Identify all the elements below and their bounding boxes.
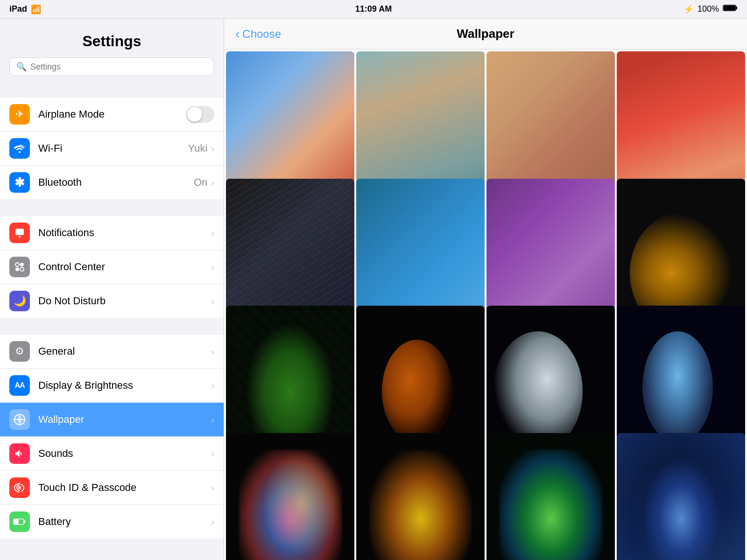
status-bar-left: iPad 📶 xyxy=(9,4,41,14)
svg-rect-14 xyxy=(14,519,19,524)
bluetooth-icon: ✱ xyxy=(9,172,30,193)
back-button[interactable]: ‹ Choose xyxy=(235,27,281,42)
general-icon: ⚙ xyxy=(9,341,30,362)
device-label: iPad xyxy=(9,4,27,14)
display-label: Display & Brightness xyxy=(38,379,211,392)
svg-rect-2 xyxy=(724,6,735,10)
sidebar-item-display[interactable]: AA Display & Brightness › xyxy=(0,369,224,403)
sidebar-item-bluetooth[interactable]: ✱ Bluetooth On › xyxy=(0,166,224,199)
sidebar-item-controlcenter[interactable]: Control Center › xyxy=(0,250,224,284)
status-bar-right: ⚡ 100% xyxy=(684,4,738,14)
wallpaper-item[interactable] xyxy=(356,433,485,560)
wallpaper-icon xyxy=(9,409,30,430)
notifications-chevron: › xyxy=(211,228,214,238)
donotdisturb-icon: 🌙 xyxy=(9,291,30,311)
battery-chevron: › xyxy=(211,517,214,527)
wifi-icon: 📶 xyxy=(31,4,41,14)
detail-panel: ‹ Choose Wallpaper xyxy=(224,19,747,560)
sidebar-item-touchid[interactable]: Touch ID & Passcode › xyxy=(0,471,224,505)
donotdisturb-chevron: › xyxy=(211,296,214,307)
svg-point-5 xyxy=(15,263,19,266)
battery-label: 100% xyxy=(698,4,719,14)
donotdisturb-label: Do Not Disturb xyxy=(38,295,211,307)
toggle-knob xyxy=(187,107,202,122)
main-layout: Settings 🔍 ✈ Airplane Mode xyxy=(0,19,747,560)
back-chevron-icon: ‹ xyxy=(235,27,240,42)
battery-label: Battery xyxy=(38,516,211,528)
wifi-chevron: › xyxy=(211,143,214,154)
notifications-label: Notifications xyxy=(38,227,211,239)
sidebar-item-general[interactable]: ⚙ General › xyxy=(0,335,224,369)
sounds-label: Sounds xyxy=(38,448,211,460)
svg-rect-3 xyxy=(15,229,24,235)
sidebar-item-sounds[interactable]: Sounds › xyxy=(0,437,224,471)
svg-rect-13 xyxy=(24,520,25,523)
wallpaper-chevron: › xyxy=(211,414,214,425)
section-connectivity: ✈ Airplane Mode Wi-Fi Yuki › xyxy=(0,81,224,199)
general-label: General xyxy=(38,345,211,357)
battery-icon xyxy=(723,4,738,14)
notifications-icon xyxy=(9,223,30,243)
svg-point-7 xyxy=(15,267,19,271)
airplane-toggle[interactable] xyxy=(186,106,214,123)
bluetooth-chevron: › xyxy=(211,177,214,188)
sidebar-content: ✈ Airplane Mode Wi-Fi Yuki › xyxy=(0,81,224,560)
airplane-icon: ✈ xyxy=(9,104,30,125)
controlcenter-chevron: › xyxy=(211,262,214,273)
controlcenter-icon xyxy=(9,257,30,277)
sidebar: Settings 🔍 ✈ Airplane Mode xyxy=(0,19,224,560)
touchid-chevron: › xyxy=(211,483,214,493)
general-chevron: › xyxy=(211,346,214,357)
sounds-chevron: › xyxy=(211,448,214,459)
airplane-label: Airplane Mode xyxy=(38,108,186,120)
touchid-icon xyxy=(9,477,30,498)
display-icon: AA xyxy=(9,375,30,396)
wifi-icon xyxy=(9,138,30,159)
wallpaper-item[interactable] xyxy=(486,433,615,560)
search-input[interactable] xyxy=(30,62,207,72)
search-icon: 🔍 xyxy=(16,62,27,72)
section-system: Notifications › Control Center › xyxy=(0,199,224,318)
svg-point-11 xyxy=(18,486,21,489)
wallpaper-grid xyxy=(224,49,747,560)
sidebar-item-airplane[interactable]: ✈ Airplane Mode xyxy=(0,98,224,132)
wallpaper-item[interactable] xyxy=(617,433,745,560)
sidebar-title: Settings xyxy=(9,28,214,57)
svg-point-4 xyxy=(19,236,21,238)
svg-point-8 xyxy=(20,267,24,271)
wallpaper-label: Wallpaper xyxy=(38,413,211,426)
detail-header: ‹ Choose Wallpaper xyxy=(224,19,747,49)
wifi-label: Wi-Fi xyxy=(38,142,188,154)
sidebar-item-donotdisturb[interactable]: 🌙 Do Not Disturb › xyxy=(0,284,224,318)
sidebar-item-battery[interactable]: Battery › xyxy=(0,505,224,539)
svg-rect-1 xyxy=(736,7,737,9)
status-bar-time: 11:09 AM xyxy=(355,4,392,14)
controlcenter-label: Control Center xyxy=(38,261,211,273)
search-bar[interactable]: 🔍 xyxy=(9,57,214,76)
touchid-label: Touch ID & Passcode xyxy=(38,482,211,494)
bluetooth-value: On xyxy=(194,176,207,189)
sidebar-item-wifi[interactable]: Wi-Fi Yuki › xyxy=(0,132,224,166)
detail-title: Wallpaper xyxy=(457,27,514,41)
wallpaper-item[interactable] xyxy=(226,433,354,560)
back-label[interactable]: Choose xyxy=(242,28,281,41)
wifi-value: Yuki xyxy=(188,142,208,154)
svg-point-6 xyxy=(20,263,24,266)
sidebar-item-notifications[interactable]: Notifications › xyxy=(0,216,224,250)
battery-icon xyxy=(9,511,30,532)
sidebar-header: Settings 🔍 xyxy=(0,19,224,81)
sounds-icon xyxy=(9,443,30,464)
bluetooth-icon: ⚡ xyxy=(684,4,694,14)
sidebar-item-wallpaper[interactable]: Wallpaper › xyxy=(0,403,224,437)
display-chevron: › xyxy=(211,380,214,391)
bluetooth-label: Bluetooth xyxy=(38,176,194,189)
section-personalization: ⚙ General › AA Display & Brightness › xyxy=(0,318,224,539)
status-bar: iPad 📶 11:09 AM ⚡ 100% xyxy=(0,0,747,19)
